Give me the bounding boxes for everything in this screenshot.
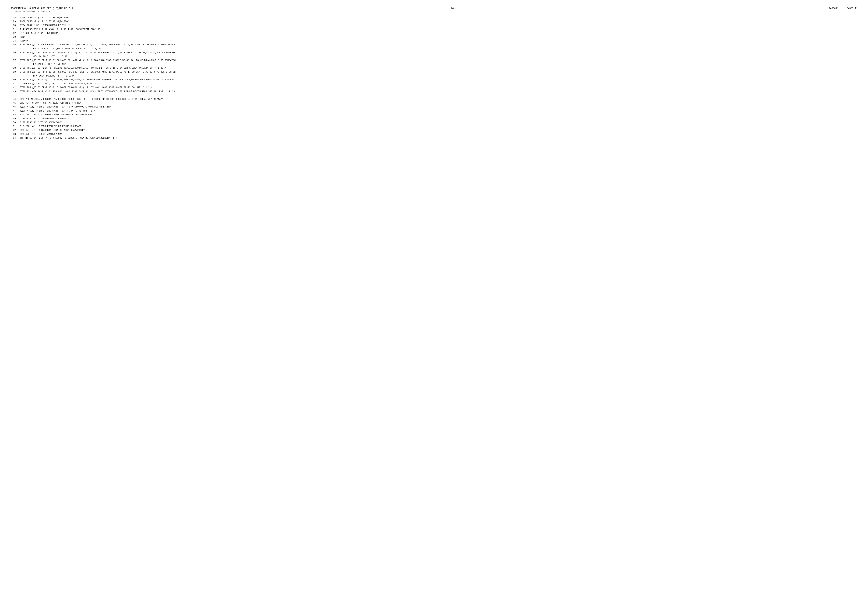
table-row: 282308-6057(=22)' 2' ' ТО ЖЕ КИДМ-150* xyxy=(11,16,857,20)
row-number: 34 xyxy=(11,39,19,43)
table-row: 45Е20-764' 0,50' ' МОНТАЖ ФИЛЬТРОВ ФЯРБ … xyxy=(11,101,857,105)
row-number: 33 xyxy=(11,35,19,39)
row-text-continuation: ВЦ-4-75-6,3 С ЗЛ.ДВИГАТЕЛЕМ 4А132С4' ШТ'… xyxy=(19,47,857,51)
row-text: Т1413П303/69Г К-1,02(=14)' 2' 2,10.1,02'… xyxy=(19,28,857,31)
header-title: ПРОГРАММНЫЙ КОМПЛЕКС АВС-3ЕС ( РЕДАКЦИЯ … xyxy=(11,7,76,9)
row-text: Е20-735(А2=39,75-23+34#) 15-01 П10-059 0… xyxy=(19,97,857,101)
row-number: 39 xyxy=(11,70,19,74)
row-number: 44 xyxy=(11,97,19,101)
row-number: 50 xyxy=(11,121,19,124)
row-number: 29 xyxy=(11,20,19,23)
row-text: ЕТ20-722 ДОП.ВЗ(=21)' 2' 5,14#3,4#0,3#0,… xyxy=(19,78,857,82)
row-text: Р21* xyxy=(19,35,857,39)
table-row: 46ТДОП.К ССЦ Ч3 ВЫП2 П2695(=21)' 1' 7,97… xyxy=(11,105,857,109)
table-row: 33Р21* xyxy=(11,35,857,39)
row-text-continuation: ИГАТЕЛЕМ 4АА63В2' ШТ' ' 1.2,4* xyxy=(19,74,857,78)
row-number: 48 xyxy=(11,113,19,117)
row-text: 1704-20471' 3' ' ТЯГОНАПОРОМЕР ТНЖ-Н* xyxy=(19,23,857,27)
row-number: 35 xyxy=(11,43,19,47)
table-row: 40ЕТ20-722 ДОП.ВЗ(=21)' 2' 5,14#3,4#0,3#… xyxy=(11,78,857,82)
row-number: 41 xyxy=(11,82,19,85)
table-row: 38ЕТ20-705 ДОП.ВЗ(=21)' 1' 61,2#1,48#0,1… xyxy=(11,66,857,70)
header-doc-num1: 14890111 xyxy=(829,7,840,9)
table-row: 54ТПР-НТ 15-14(=21)' 4' 5,4.1,087' СТОИМ… xyxy=(11,136,857,140)
row-text: Ц12-698-1(=6)' 6' ' БАБЫШКИ* xyxy=(19,31,857,35)
table-row: 39ЕТ20-704 ДОП.ВЗ ПР-Т 15-01 П10-057,П01… xyxy=(11,70,857,74)
row-text: ОТЦЕН.Ч3 ДОП.ВЗ П2391(=21)' 2' 132' ВЕНТ… xyxy=(19,82,857,85)
row-number: 32 xyxy=(11,31,19,35)
row-text: Е18-228' 4' ' ТЕРМОМЕТРЫ ТЕХНИЧЕСКИЕ В О… xyxy=(19,124,857,128)
row-text: ЕТ20-705 ДОП.ВЗ(=21)' 1' 61,2#1,48#0,13#… xyxy=(19,66,857,70)
row-number: 49 xyxy=(11,117,19,121)
table-row: 36ЕТ22-708 ДОП.ВЗ ПР-Т 15-01 П01-417,01-… xyxy=(11,51,857,54)
table-row: 50С130-723' 9' ' ТО ЖЕ КСК4-7-02* xyxy=(11,121,857,124)
row-text: ЕТ22-708 ДОП.ВЗ ПР-Т 15-01 П01-417,01-41… xyxy=(19,51,857,54)
row-text: 2308-6057(=22)' 2' ' ТО ЖЕ КИДМ-150* xyxy=(19,16,857,20)
page-header: ПРОГРАММНЫЙ КОМПЛЕКС АВС-3ЕС ( РЕДАКЦИЯ … xyxy=(11,7,857,9)
row-text: ТДОП.К ССЦ Ч3 ВЫП2 П2695(=21)' 1' 7,97' … xyxy=(19,105,857,109)
row-text: Е20-764' 0,50' ' МОНТАЖ ФИЛЬТРОВ ФЯРБ И … xyxy=(19,101,857,105)
row-text: ЕТ20-721 45-21(=21)' 2' 128,06#1,48#0,13… xyxy=(19,90,857,93)
table-row-continuation: * xyxy=(11,93,857,97)
row-text: С130-723' 9' ' ТО ЖЕ КСК4-7-02* xyxy=(19,121,857,124)
row-text: ЕТ20-766 ДОП.К ЕРЕР ВЗ ПР-Т 15-01 П01-41… xyxy=(19,43,857,47)
row-text-continuation: * xyxy=(19,93,857,97)
table-row: 292308-6058(=22)' 9' ' ТО ЖЕ КИДМ-200* xyxy=(11,20,857,23)
row-number: 30 xyxy=(11,23,19,27)
header-page: - 74 - xyxy=(79,7,826,9)
row-number: 37 xyxy=(11,59,19,62)
table-row: 52Е20-474' 4' ' УСТАНОВКА ЛЮКА-ВСТАВКИ Д… xyxy=(11,128,857,132)
row-number: 54 xyxy=(11,136,19,140)
table-row: 301704-20471' 3' ' ТЯГОНАПОРОМЕР ТНЖ-Н* xyxy=(11,23,857,27)
header-subtitle: Г.2–IV–3.90 Альбом I2 Книга 2 xyxy=(11,10,857,13)
row-number: 52 xyxy=(11,128,19,132)
row-number: 28 xyxy=(11,16,19,20)
row-number: 31 xyxy=(11,28,19,31)
row-number: 40 xyxy=(11,78,19,82)
row-text: ТПР-НТ 15-14(=21)' 4' 5,4.1,087' СТОИМОС… xyxy=(19,136,857,140)
table-row-continuation: ЕМ 4А90L4' ШТ' ' 1.6,16* xyxy=(11,62,857,66)
row-number: 46 xyxy=(11,105,19,109)
table-row: 41ОТЦЕН.Ч3 ДОП.ВЗ П2391(=21)' 2' 132' ВЕ… xyxy=(11,82,857,85)
row-number: 38 xyxy=(11,66,19,70)
table-row: 43ЕТ20-721 45-21(=21)' 2' 128,06#1,48#0,… xyxy=(11,90,857,93)
table-row: 51Е18-228' 4' ' ТЕРМОМЕТРЫ ТЕХНИЧЕСКИЕ В… xyxy=(11,124,857,128)
table-row: 31Т1413П303/69Г К-1,02(=14)' 2' 2,10.1,0… xyxy=(11,28,857,31)
row-text: ЕТ20-704 ДОП.ВЗ ПР-Т 15-01 П10-059 П03-0… xyxy=(19,85,857,89)
table-row: 37ЕТ20-707 ДОП.ВЗ ПР-Т 15-01 П01-409 П01… xyxy=(11,59,857,62)
table-row: 48Е20-760' 12' ' УСТАНОВКА БИМЕТАЛЛИЧЕСК… xyxy=(11,113,857,117)
row-text: 2308-6058(=22)' 9' ' ТО ЖЕ КИДМ-200* xyxy=(19,20,857,23)
row-number: 51 xyxy=(11,124,19,128)
table-row: 49С130-710' 3' ' КАЛОРИФЕРЫ КСК3-6-02* xyxy=(11,117,857,121)
content-table: 282308-6057(=22)' 2' ' ТО ЖЕ КИДМ-150*29… xyxy=(11,16,857,140)
row-text: Е20-474' 4' ' УСТАНОВКА ЛЮКА-ВСТАВКИ ДИА… xyxy=(19,128,857,132)
table-row: 34Н21=5* xyxy=(11,39,857,43)
row-text: ЕТ20-707 ДОП.ВЗ ПР-Т 15-01 П01-409 П01-4… xyxy=(19,59,857,62)
table-row: 53Е20-475' 1' ' ТО ЖЕ ДИАМ.325ММ* xyxy=(11,132,857,136)
row-text: С130-710' 3' ' КАЛОРИФЕРЫ КСК3-6-02* xyxy=(19,117,857,121)
header-doc-num2: 24383-11 xyxy=(847,7,857,9)
table-row: 32Ц12-698-1(=6)' 6' ' БАБЫШКИ* xyxy=(11,31,857,35)
row-number: 45 xyxy=(11,101,19,105)
table-row: 42ЕТ20-704 ДОП.ВЗ ПР-Т 15-01 П10-059 П03… xyxy=(11,85,857,89)
row-text: ТДОП.К ССЦ Ч3 ВЫП2 П2694(=21)' 1' 4,74' … xyxy=(19,109,857,113)
row-text-continuation: ЛЕМ 4А100L6' ШТ' ' 1.8,18* xyxy=(19,54,857,59)
row-text-continuation: ЕМ 4А90L4' ШТ' ' 1.6,16* xyxy=(19,62,857,66)
row-number: 53 xyxy=(11,132,19,136)
table-row: 44Е20-735(А2=39,75-23+34#) 15-01 П10-059… xyxy=(11,97,857,101)
row-number: 47 xyxy=(11,109,19,113)
row-text: Н21=5* xyxy=(19,39,857,43)
table-row-continuation: ИГАТЕЛЕМ 4АА63В2' ШТ' ' 1.2,4* xyxy=(11,74,857,78)
header-right: 14890111 24383-11 xyxy=(829,7,857,9)
row-text: Е20-475' 1' ' ТО ЖЕ ДИАМ.325ММ* xyxy=(19,132,857,136)
row-number: 42 xyxy=(11,85,19,89)
row-text: Е20-760' 12' ' УСТАНОВКА БИМЕТАЛЛИЧЕСКИХ… xyxy=(19,113,857,117)
row-text: ЕТ20-704 ДОП.ВЗ ПР-Т 15-01 П10-057,П01-3… xyxy=(19,70,857,74)
table-row: 47ТДОП.К ССЦ Ч3 ВЫП2 П2694(=21)' 1' 4,74… xyxy=(11,109,857,113)
table-row-continuation: ЛЕМ 4А100L6' ШТ' ' 1.8,18* xyxy=(11,54,857,59)
table-row-continuation: ВЦ-4-75-6,3 С ЗЛ.ДВИГАТЕЛЕМ 4А132С4' ШТ'… xyxy=(11,47,857,51)
table-row: 35ЕТ20-766 ДОП.К ЕРЕР ВЗ ПР-Т 15-01 П01-… xyxy=(11,43,857,47)
row-number: 43 xyxy=(11,90,19,93)
row-number: 36 xyxy=(11,51,19,54)
